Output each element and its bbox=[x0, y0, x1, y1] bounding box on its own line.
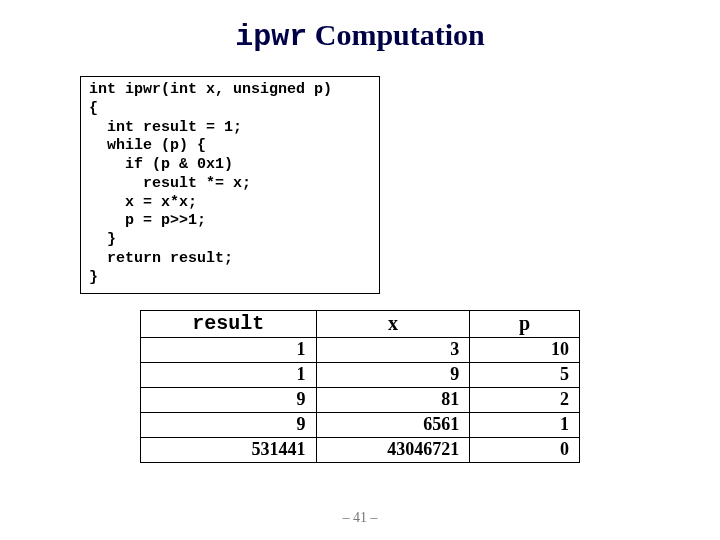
table-row: 531441 43046721 0 bbox=[141, 438, 580, 463]
cell-p: 0 bbox=[470, 438, 580, 463]
col-header-result: result bbox=[141, 311, 317, 338]
slide-number: – 41 – bbox=[0, 510, 720, 526]
cell-x: 3 bbox=[316, 338, 470, 363]
cell-result: 9 bbox=[141, 388, 317, 413]
table-header-row: result x p bbox=[141, 311, 580, 338]
cell-x: 9 bbox=[316, 363, 470, 388]
col-header-x: x bbox=[316, 311, 470, 338]
trace-table: result x p 1 3 10 1 9 5 9 81 2 9 bbox=[140, 310, 580, 463]
table-row: 1 9 5 bbox=[141, 363, 580, 388]
cell-p: 5 bbox=[470, 363, 580, 388]
cell-result: 531441 bbox=[141, 438, 317, 463]
cell-result: 1 bbox=[141, 338, 317, 363]
cell-x: 81 bbox=[316, 388, 470, 413]
cell-result: 1 bbox=[141, 363, 317, 388]
table-row: 9 81 2 bbox=[141, 388, 580, 413]
slide-title: ipwr Computation bbox=[0, 18, 720, 54]
cell-x: 43046721 bbox=[316, 438, 470, 463]
table-row: 1 3 10 bbox=[141, 338, 580, 363]
cell-p: 1 bbox=[470, 413, 580, 438]
cell-p: 10 bbox=[470, 338, 580, 363]
col-header-p: p bbox=[470, 311, 580, 338]
code-box: int ipwr(int x, unsigned p) { int result… bbox=[80, 76, 380, 294]
cell-x: 6561 bbox=[316, 413, 470, 438]
code-listing: int ipwr(int x, unsigned p) { int result… bbox=[89, 81, 371, 287]
cell-p: 2 bbox=[470, 388, 580, 413]
table-row: 9 6561 1 bbox=[141, 413, 580, 438]
cell-result: 9 bbox=[141, 413, 317, 438]
title-code-token: ipwr bbox=[235, 20, 307, 54]
title-text: Computation bbox=[307, 18, 485, 51]
